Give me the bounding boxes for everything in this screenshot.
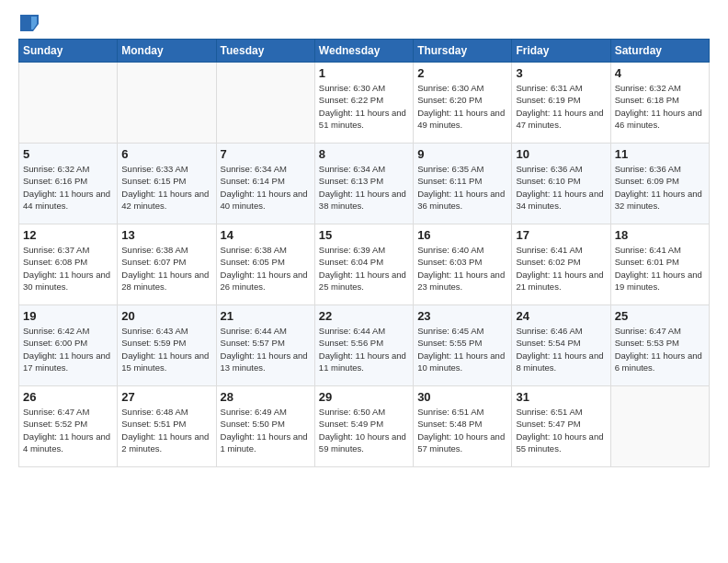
- weekday-header-monday: Monday: [118, 40, 216, 63]
- day-cell-30: 30Sunrise: 6:51 AMSunset: 5:48 PMDayligh…: [414, 386, 512, 467]
- day-info: Sunrise: 6:34 AMSunset: 6:13 PMDaylight:…: [319, 163, 409, 212]
- day-number: 21: [221, 309, 311, 323]
- day-number: 22: [319, 309, 409, 323]
- day-info: Sunrise: 6:51 AMSunset: 5:48 PMDaylight:…: [417, 406, 507, 454]
- day-cell-4: 4Sunrise: 6:32 AMSunset: 6:18 PMDaylight…: [610, 63, 709, 144]
- empty-cell: [118, 63, 216, 144]
- weekday-header-thursday: Thursday: [414, 40, 512, 63]
- day-info: Sunrise: 6:43 AMSunset: 5:59 PMDaylight:…: [121, 325, 211, 373]
- day-info: Sunrise: 6:48 AMSunset: 5:51 PMDaylight:…: [121, 406, 211, 454]
- day-info: Sunrise: 6:34 AMSunset: 6:14 PMDaylight:…: [221, 163, 311, 212]
- day-number: 5: [23, 147, 113, 161]
- day-number: 18: [615, 228, 705, 242]
- day-cell-2: 2Sunrise: 6:30 AMSunset: 6:20 PMDaylight…: [414, 63, 512, 144]
- day-number: 4: [615, 66, 705, 80]
- page: SundayMondayTuesdayWednesdayThursdayFrid…: [0, 0, 728, 563]
- day-number: 6: [121, 147, 211, 161]
- day-number: 20: [121, 309, 211, 323]
- day-info: Sunrise: 6:31 AMSunset: 6:19 PMDaylight:…: [516, 82, 606, 131]
- day-info: Sunrise: 6:45 AMSunset: 5:55 PMDaylight:…: [417, 325, 507, 373]
- svg-marker-1: [31, 17, 37, 29]
- day-number: 16: [417, 228, 507, 242]
- week-row-3: 12Sunrise: 6:37 AMSunset: 6:08 PMDayligh…: [19, 224, 710, 305]
- day-cell-26: 26Sunrise: 6:47 AMSunset: 5:52 PMDayligh…: [19, 386, 118, 467]
- day-cell-11: 11Sunrise: 6:36 AMSunset: 6:09 PMDayligh…: [610, 144, 709, 224]
- day-number: 19: [23, 309, 113, 323]
- day-cell-1: 1Sunrise: 6:30 AMSunset: 6:22 PMDaylight…: [314, 63, 413, 144]
- day-number: 11: [615, 147, 705, 161]
- day-info: Sunrise: 6:36 AMSunset: 6:09 PMDaylight:…: [615, 163, 705, 212]
- weekday-header-sunday: Sunday: [19, 40, 118, 63]
- day-info: Sunrise: 6:51 AMSunset: 5:47 PMDaylight:…: [516, 406, 606, 454]
- day-number: 26: [23, 390, 113, 404]
- day-info: Sunrise: 6:38 AMSunset: 6:07 PMDaylight:…: [121, 244, 211, 293]
- day-number: 10: [516, 147, 606, 161]
- day-info: Sunrise: 6:47 AMSunset: 5:53 PMDaylight:…: [615, 325, 705, 373]
- day-info: Sunrise: 6:37 AMSunset: 6:08 PMDaylight:…: [23, 244, 113, 293]
- day-cell-3: 3Sunrise: 6:31 AMSunset: 6:19 PMDaylight…: [512, 63, 610, 144]
- day-info: Sunrise: 6:46 AMSunset: 5:54 PMDaylight:…: [516, 325, 606, 373]
- day-cell-5: 5Sunrise: 6:32 AMSunset: 6:16 PMDaylight…: [19, 144, 118, 224]
- day-cell-12: 12Sunrise: 6:37 AMSunset: 6:08 PMDayligh…: [19, 224, 118, 305]
- weekday-header-tuesday: Tuesday: [216, 40, 314, 63]
- weekday-header-row: SundayMondayTuesdayWednesdayThursdayFrid…: [19, 40, 710, 63]
- day-number: 8: [319, 147, 409, 161]
- day-cell-29: 29Sunrise: 6:50 AMSunset: 5:49 PMDayligh…: [314, 386, 413, 467]
- day-number: 23: [417, 309, 507, 323]
- day-cell-15: 15Sunrise: 6:39 AMSunset: 6:04 PMDayligh…: [314, 224, 413, 305]
- day-info: Sunrise: 6:32 AMSunset: 6:16 PMDaylight:…: [23, 163, 113, 212]
- day-cell-14: 14Sunrise: 6:38 AMSunset: 6:05 PMDayligh…: [216, 224, 314, 305]
- day-number: 27: [121, 390, 211, 404]
- day-number: 3: [516, 66, 606, 80]
- day-cell-18: 18Sunrise: 6:41 AMSunset: 6:01 PMDayligh…: [610, 224, 709, 305]
- day-info: Sunrise: 6:38 AMSunset: 6:05 PMDaylight:…: [221, 244, 311, 293]
- day-info: Sunrise: 6:30 AMSunset: 6:22 PMDaylight:…: [319, 82, 409, 131]
- day-info: Sunrise: 6:41 AMSunset: 6:01 PMDaylight:…: [615, 244, 705, 293]
- day-cell-31: 31Sunrise: 6:51 AMSunset: 5:47 PMDayligh…: [512, 386, 610, 467]
- day-number: 9: [417, 147, 507, 161]
- day-info: Sunrise: 6:36 AMSunset: 6:10 PMDaylight:…: [516, 163, 606, 212]
- day-number: 15: [319, 228, 409, 242]
- weekday-header-friday: Friday: [512, 40, 610, 63]
- day-number: 1: [319, 66, 409, 80]
- day-info: Sunrise: 6:42 AMSunset: 6:00 PMDaylight:…: [23, 325, 113, 373]
- day-cell-28: 28Sunrise: 6:49 AMSunset: 5:50 PMDayligh…: [216, 386, 314, 467]
- day-number: 31: [516, 390, 606, 404]
- day-info: Sunrise: 6:44 AMSunset: 5:57 PMDaylight:…: [221, 325, 311, 373]
- day-info: Sunrise: 6:35 AMSunset: 6:11 PMDaylight:…: [417, 163, 507, 212]
- day-number: 29: [319, 390, 409, 404]
- day-number: 28: [221, 390, 311, 404]
- logo-icon: [20, 15, 39, 31]
- day-cell-21: 21Sunrise: 6:44 AMSunset: 5:57 PMDayligh…: [216, 305, 314, 386]
- empty-cell: [19, 63, 118, 144]
- day-cell-17: 17Sunrise: 6:41 AMSunset: 6:02 PMDayligh…: [512, 224, 610, 305]
- day-cell-7: 7Sunrise: 6:34 AMSunset: 6:14 PMDaylight…: [216, 144, 314, 224]
- day-number: 17: [516, 228, 606, 242]
- week-row-1: 1Sunrise: 6:30 AMSunset: 6:22 PMDaylight…: [19, 63, 710, 144]
- day-info: Sunrise: 6:33 AMSunset: 6:15 PMDaylight:…: [121, 163, 211, 212]
- day-info: Sunrise: 6:39 AMSunset: 6:04 PMDaylight:…: [319, 244, 409, 293]
- day-cell-9: 9Sunrise: 6:35 AMSunset: 6:11 PMDaylight…: [414, 144, 512, 224]
- day-number: 2: [417, 66, 507, 80]
- day-info: Sunrise: 6:50 AMSunset: 5:49 PMDaylight:…: [319, 406, 409, 454]
- day-cell-27: 27Sunrise: 6:48 AMSunset: 5:51 PMDayligh…: [118, 386, 216, 467]
- day-info: Sunrise: 6:41 AMSunset: 6:02 PMDaylight:…: [516, 244, 606, 293]
- calendar-table: SundayMondayTuesdayWednesdayThursdayFrid…: [18, 39, 710, 467]
- day-cell-16: 16Sunrise: 6:40 AMSunset: 6:03 PMDayligh…: [414, 224, 512, 305]
- day-info: Sunrise: 6:30 AMSunset: 6:20 PMDaylight:…: [417, 82, 507, 131]
- empty-cell: [216, 63, 314, 144]
- week-row-4: 19Sunrise: 6:42 AMSunset: 6:00 PMDayligh…: [19, 305, 710, 386]
- day-cell-22: 22Sunrise: 6:44 AMSunset: 5:56 PMDayligh…: [314, 305, 413, 386]
- day-cell-19: 19Sunrise: 6:42 AMSunset: 6:00 PMDayligh…: [19, 305, 118, 386]
- empty-cell: [610, 386, 709, 467]
- day-number: 24: [516, 309, 606, 323]
- day-number: 7: [221, 147, 311, 161]
- week-row-5: 26Sunrise: 6:47 AMSunset: 5:52 PMDayligh…: [19, 386, 710, 467]
- day-info: Sunrise: 6:32 AMSunset: 6:18 PMDaylight:…: [615, 82, 705, 131]
- day-cell-25: 25Sunrise: 6:47 AMSunset: 5:53 PMDayligh…: [610, 305, 709, 386]
- day-number: 25: [615, 309, 705, 323]
- weekday-header-wednesday: Wednesday: [314, 40, 413, 63]
- day-number: 14: [221, 228, 311, 242]
- day-info: Sunrise: 6:49 AMSunset: 5:50 PMDaylight:…: [221, 406, 311, 454]
- header: [18, 15, 710, 29]
